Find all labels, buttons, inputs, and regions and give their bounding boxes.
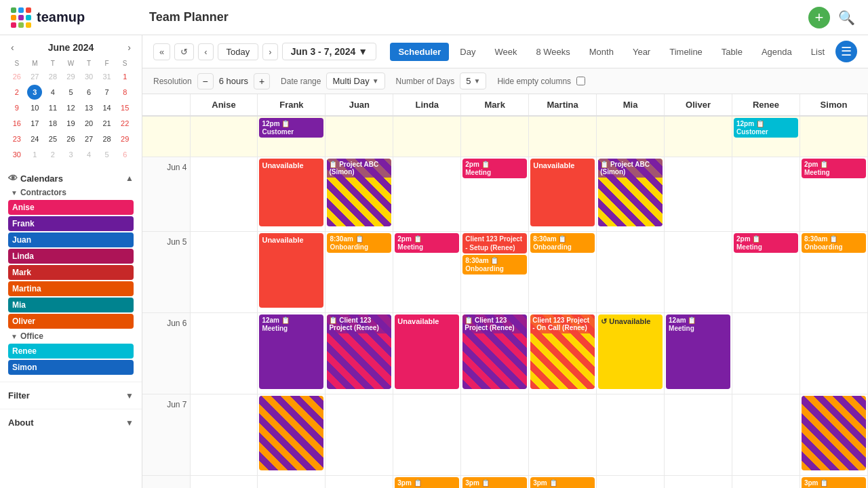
- cell-anise-jun4[interactable]: [190, 157, 258, 231]
- cal-day[interactable]: 31: [100, 69, 115, 84]
- event[interactable]: 12am 📋 Meeting: [259, 314, 323, 389]
- menu-btn[interactable]: ☰: [835, 41, 857, 62]
- cal-day[interactable]: 5: [100, 147, 115, 162]
- filter-header[interactable]: Filter ▼: [8, 388, 134, 403]
- calendar-martina[interactable]: Martina: [8, 281, 134, 296]
- cal-day[interactable]: 1: [27, 147, 42, 162]
- cell-juan-jun7[interactable]: [326, 394, 393, 475]
- cal-day[interactable]: 6: [81, 85, 96, 100]
- tab-agenda[interactable]: Agenda: [753, 43, 800, 61]
- tab-8weeks[interactable]: 8 Weeks: [528, 43, 578, 61]
- stripe-event[interactable]: Client 123 Project - On Call (Renee): [530, 314, 595, 389]
- event[interactable]: 3pm 📋 Training: [462, 477, 527, 489]
- cell-linda-jun7[interactable]: [393, 394, 461, 475]
- event[interactable]: 3pm 📋 Training: [802, 477, 866, 489]
- cell-mark-jun5[interactable]: Client 123 Project - Setup (Renee) 8:30a…: [461, 231, 529, 312]
- date-range-select[interactable]: Multi Day ▼: [326, 73, 384, 89]
- cal-day[interactable]: 30: [81, 69, 96, 84]
- cell-frank-jun5[interactable]: Unavailable: [258, 231, 326, 312]
- event[interactable]: 12am 📋 Meeting: [666, 314, 730, 389]
- stripe-event[interactable]: 📋 Client 123 Project (Renee): [327, 314, 391, 389]
- cell-mia-jun7[interactable]: [597, 394, 665, 475]
- unavailable-event[interactable]: Unavailable: [259, 233, 323, 308]
- stripe-event[interactable]: 📋 Project ABC (Simon): [327, 159, 391, 226]
- calendar-oliver[interactable]: Oliver: [8, 314, 134, 329]
- cell-renee-bottom[interactable]: [732, 475, 800, 488]
- cal-day[interactable]: 10: [27, 100, 42, 115]
- tab-month[interactable]: Month: [581, 43, 622, 61]
- cal-day[interactable]: 8: [117, 85, 132, 100]
- add-button[interactable]: +: [808, 7, 830, 28]
- cal-day[interactable]: 21: [100, 116, 115, 131]
- cal-day[interactable]: 7: [100, 85, 115, 100]
- tab-list[interactable]: List: [803, 43, 833, 61]
- calendar-renee[interactable]: Renee: [8, 344, 134, 359]
- cal-day[interactable]: 4: [45, 85, 60, 100]
- calendar-simon[interactable]: Simon: [8, 360, 134, 375]
- cell-renee-jun7[interactable]: [732, 394, 800, 475]
- resolution-plus[interactable]: +: [254, 73, 270, 89]
- cell-juan-jun4[interactable]: 📋 Project ABC (Simon): [326, 157, 393, 231]
- unavailable-event[interactable]: ↺ Unavailable: [598, 314, 663, 389]
- cell-linda-jun4[interactable]: [393, 157, 461, 231]
- event[interactable]: 12pm 📋 Customer: [734, 118, 798, 138]
- unavailable-event[interactable]: Unavailable: [259, 159, 323, 226]
- cal-day[interactable]: 15: [117, 100, 132, 115]
- unavailable-event[interactable]: Unavailable: [395, 314, 459, 389]
- event[interactable]: 2pm 📋 Meeting: [802, 159, 866, 178]
- cell-mark-bottom[interactable]: 3pm 📋 Training: [461, 475, 529, 488]
- mini-cal-prev[interactable]: ‹: [8, 41, 17, 54]
- event[interactable]: 8:30am 📋 Onboarding: [530, 233, 595, 253]
- calendar-mia[interactable]: Mia: [8, 298, 134, 312]
- cal-day[interactable]: 6: [117, 147, 132, 162]
- cell-mark-jun6[interactable]: 📋 Client 123 Project (Renee): [461, 312, 529, 394]
- event[interactable]: Client 123 Project - Setup (Renee): [462, 233, 527, 253]
- cal-day[interactable]: 23: [9, 131, 24, 146]
- cell-renee-jun5[interactable]: 2pm 📋 Meeting: [732, 231, 800, 312]
- cal-day[interactable]: 24: [27, 131, 42, 146]
- cal-day[interactable]: 3: [63, 147, 78, 162]
- event[interactable]: 8:30am 📋 Onboarding: [802, 233, 866, 253]
- prev-btn[interactable]: ‹: [198, 43, 213, 60]
- cal-day[interactable]: 22: [117, 116, 132, 131]
- cell-frank-jun7[interactable]: [258, 394, 326, 475]
- cell-martina-jun4[interactable]: Unavailable: [529, 157, 597, 231]
- cell-martina-bottom[interactable]: 3pm 📋 Training: [529, 475, 597, 488]
- cal-day[interactable]: 25: [45, 131, 60, 146]
- cal-day[interactable]: 2: [45, 147, 60, 162]
- cell-mark-jun4[interactable]: 2pm 📋 Meeting: [461, 157, 529, 231]
- cell-mia-jun3[interactable]: [597, 116, 665, 157]
- search-button[interactable]: 🔍: [835, 7, 857, 28]
- calendar-juan[interactable]: Juan: [8, 232, 134, 247]
- event[interactable]: 3pm 📋 Training: [395, 477, 459, 489]
- cal-day[interactable]: 28: [45, 69, 60, 84]
- next-btn[interactable]: ›: [262, 43, 277, 60]
- stripe-event[interactable]: [259, 396, 323, 470]
- event[interactable]: 2pm 📋 Meeting: [395, 233, 459, 253]
- date-range-btn[interactable]: Jun 3 - 7, 2024 ▼: [282, 43, 377, 60]
- unavailable-event[interactable]: Unavailable: [530, 159, 595, 226]
- calendar-linda[interactable]: Linda: [8, 249, 134, 264]
- group-contractors[interactable]: ▼ Contractors: [8, 188, 134, 197]
- cell-juan-bottom[interactable]: [326, 475, 393, 488]
- tab-week[interactable]: Week: [486, 43, 525, 61]
- cell-renee-jun3[interactable]: 12pm 📋 Customer: [732, 116, 800, 157]
- cal-day[interactable]: 29: [117, 131, 132, 146]
- calendar-mark[interactable]: Mark: [8, 265, 134, 280]
- cell-oliver-jun7[interactable]: [665, 394, 732, 475]
- refresh-btn[interactable]: ↺: [174, 43, 194, 60]
- cell-simon-jun3[interactable]: [800, 116, 867, 157]
- resolution-minus[interactable]: −: [197, 73, 214, 89]
- cell-simon-jun6[interactable]: [800, 312, 867, 394]
- cal-day[interactable]: 13: [81, 100, 96, 115]
- cell-anise-jun6[interactable]: [190, 312, 258, 394]
- event[interactable]: 3pm 📋 Training: [530, 477, 595, 489]
- cell-simon-jun5[interactable]: 8:30am 📋 Onboarding: [800, 231, 867, 312]
- event[interactable]: 2pm 📋 Meeting: [734, 233, 798, 253]
- cell-oliver-jun3[interactable]: [665, 116, 732, 157]
- calendars-header[interactable]: 👁 Calendars ▲: [8, 173, 134, 184]
- cell-simon-jun7[interactable]: [800, 394, 867, 475]
- cell-juan-jun3[interactable]: [326, 116, 393, 157]
- cell-linda-jun5[interactable]: 2pm 📋 Meeting: [393, 231, 461, 312]
- cal-day[interactable]: 18: [45, 116, 60, 131]
